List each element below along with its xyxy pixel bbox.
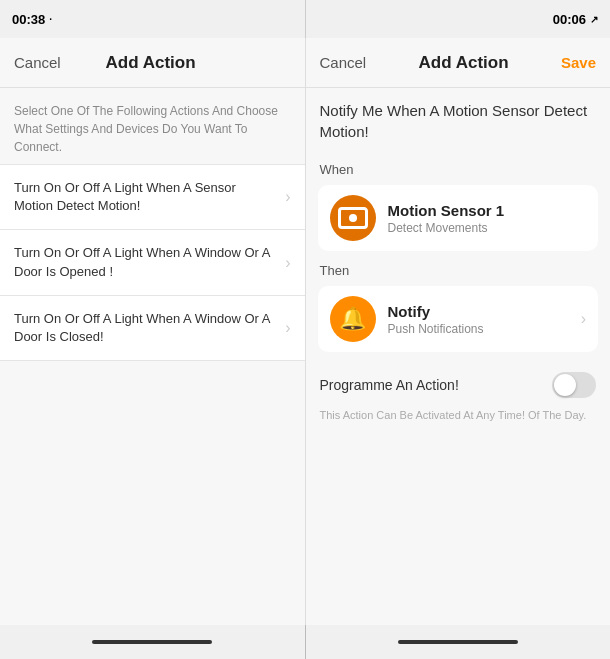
chevron-right-icon-2: › <box>285 254 290 272</box>
programme-toggle[interactable] <box>552 372 596 398</box>
home-indicator-left <box>92 640 212 644</box>
notify-sub: Push Notifications <box>388 322 569 336</box>
bottom-indicator-right <box>306 640 611 644</box>
bottom-bar <box>0 625 610 659</box>
status-icons-left: · <box>49 14 52 25</box>
time-right: 00:06 <box>553 12 586 27</box>
right-title: Add Action <box>366 53 561 73</box>
action-item-1-text: Turn On Or Off A Light When A Sensor Mot… <box>14 179 285 215</box>
motion-sensor-icon-circle <box>330 195 376 241</box>
notify-chevron-icon: › <box>581 310 586 328</box>
when-label: When <box>306 154 611 181</box>
motion-sensor-icon <box>338 207 368 229</box>
action-item-2-text: Turn On Or Off A Light When A Window Or … <box>14 244 285 280</box>
chevron-right-icon-3: › <box>285 319 290 337</box>
right-panel: Cancel Add Action Save Notify Me When A … <box>306 38 611 625</box>
sensor-sub: Detect Movements <box>388 221 587 235</box>
status-bar: 00:38 · 00:06 ↗ <box>0 0 610 38</box>
programme-description: This Action Can Be Activated At Any Time… <box>306 402 611 429</box>
programme-label: Programme An Action! <box>320 377 459 393</box>
time-left: 00:38 <box>12 12 45 27</box>
left-panel: Cancel Add Action Select One Of The Foll… <box>0 38 306 625</box>
chevron-right-icon-1: › <box>285 188 290 206</box>
sensor-name: Motion Sensor 1 <box>388 202 587 219</box>
notify-info: Notify Push Notifications <box>388 303 569 336</box>
toggle-knob <box>554 374 576 396</box>
then-label: Then <box>306 255 611 282</box>
status-bar-left: 00:38 · <box>0 0 305 38</box>
action-item-3-text: Turn On Or Off A Light When A Window Or … <box>14 310 285 346</box>
status-icons-right: ↗ <box>590 14 598 25</box>
bell-icon: 🔔 <box>339 306 366 332</box>
sensor-dot <box>349 214 357 222</box>
right-header: Cancel Add Action Save <box>306 38 611 88</box>
action-item-2[interactable]: Turn On Or Off A Light When A Window Or … <box>0 230 305 295</box>
action-list: Turn On Or Off A Light When A Sensor Mot… <box>0 164 305 625</box>
right-cancel-button[interactable]: Cancel <box>320 54 367 71</box>
bell-icon-circle: 🔔 <box>330 296 376 342</box>
screens-container: Cancel Add Action Select One Of The Foll… <box>0 38 610 625</box>
notify-card[interactable]: 🔔 Notify Push Notifications › <box>318 286 599 352</box>
sensor-info: Motion Sensor 1 Detect Movements <box>388 202 587 235</box>
left-title: Add Action <box>61 53 241 73</box>
right-save-button[interactable]: Save <box>561 54 596 71</box>
left-header: Cancel Add Action <box>0 38 305 88</box>
action-item-3[interactable]: Turn On Or Off A Light When A Window Or … <box>0 296 305 361</box>
right-action-title: Notify Me When A Motion Sensor Detect Mo… <box>306 88 611 154</box>
programme-section: Programme An Action! <box>318 368 599 402</box>
action-item-1[interactable]: Turn On Or Off A Light When A Sensor Mot… <box>0 164 305 230</box>
motion-sensor-card: Motion Sensor 1 Detect Movements <box>318 185 599 251</box>
left-description: Select One Of The Following Actions And … <box>0 88 305 164</box>
bottom-indicator-left <box>0 640 305 644</box>
home-indicator-right <box>398 640 518 644</box>
left-cancel-button[interactable]: Cancel <box>14 54 61 71</box>
notify-name: Notify <box>388 303 569 320</box>
status-bar-right: 00:06 ↗ <box>306 0 611 38</box>
